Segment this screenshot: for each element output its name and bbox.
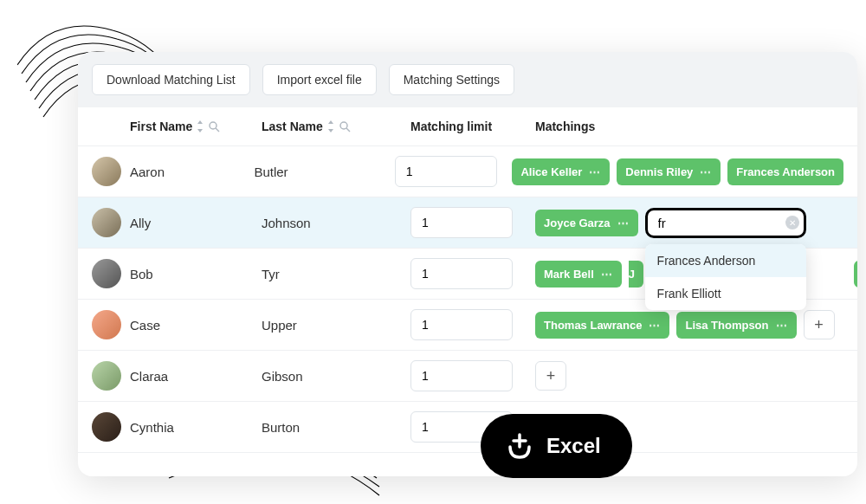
table-header: First Name Last Name Matching limit Matc… xyxy=(78,107,857,146)
avatar xyxy=(92,412,121,442)
excel-badge-label: Excel xyxy=(546,434,601,458)
column-header-matching-limit: Matching limit xyxy=(410,120,535,133)
excel-badge: Excel xyxy=(481,414,632,478)
avatar xyxy=(92,361,121,391)
download-matching-list-button[interactable]: Download Matching List xyxy=(92,64,250,95)
autocomplete-option[interactable]: Frances Anderson xyxy=(645,244,806,277)
first-name-cell: Aaron xyxy=(130,165,254,179)
matching-limit-input[interactable] xyxy=(410,207,513,238)
last-name-cell: Johnson xyxy=(262,216,410,230)
matching-limit-input[interactable] xyxy=(410,360,513,391)
autocomplete-option[interactable]: Frank Elliott xyxy=(645,277,806,310)
autocomplete-dropdown: Frances Anderson Frank Elliott xyxy=(645,244,806,310)
matching-chip[interactable]: Joyce Garza⋯ xyxy=(535,210,638,236)
first-name-cell: Ally xyxy=(130,216,262,230)
first-name-cell: Claraa xyxy=(130,369,262,384)
svg-line-3 xyxy=(346,128,350,132)
avatar xyxy=(92,208,121,237)
avatar xyxy=(92,310,121,339)
toolbar: Download Matching List Import excel file… xyxy=(78,52,857,107)
matching-settings-button[interactable]: Matching Settings xyxy=(389,64,514,95)
svg-point-0 xyxy=(210,122,216,129)
last-name-cell: Burton xyxy=(262,420,410,435)
more-icon[interactable]: ⋯ xyxy=(776,319,788,332)
first-name-cell: Bob xyxy=(130,267,262,281)
search-icon[interactable] xyxy=(339,120,351,132)
svg-line-1 xyxy=(216,128,219,132)
more-icon[interactable]: ⋯ xyxy=(617,216,630,229)
matching-chip[interactable]: J xyxy=(629,261,643,288)
matching-chip[interactable]: Dennis Riley⋯ xyxy=(617,158,721,185)
clear-icon[interactable]: ✕ xyxy=(785,216,799,229)
last-name-cell: Gibson xyxy=(262,369,410,384)
matching-limit-input[interactable] xyxy=(410,309,513,340)
matching-limit-input[interactable] xyxy=(410,258,513,289)
more-icon[interactable]: ⋯ xyxy=(601,268,613,281)
matching-chip[interactable]: Thomas Lawrance⋯ xyxy=(535,312,669,339)
matching-limit-input[interactable] xyxy=(395,156,497,187)
first-name-cell: Cynthia xyxy=(130,420,262,435)
table-row: Claraa Gibson + xyxy=(78,351,857,402)
table-row: Ally Johnson Joyce Garza⋯ ✕ Frances Ande… xyxy=(78,197,857,249)
excel-logo-icon xyxy=(505,431,534,461)
sort-icon[interactable] xyxy=(196,120,204,132)
matching-chip[interactable]: Frances Anderson xyxy=(727,158,843,185)
matching-chip[interactable]: ⋯ xyxy=(854,261,857,288)
svg-point-2 xyxy=(340,122,347,129)
more-icon[interactable]: ⋯ xyxy=(649,319,661,332)
table-row: Aaron Butler Alice Keller⋯ Dennis Riley⋯… xyxy=(78,146,857,197)
matching-search-input[interactable] xyxy=(645,208,806,238)
more-icon[interactable]: ⋯ xyxy=(700,165,712,178)
column-header-matchings: Matchings xyxy=(535,120,843,133)
sort-icon[interactable] xyxy=(326,120,335,132)
avatar xyxy=(92,157,121,186)
matching-chip[interactable]: Alice Keller⋯ xyxy=(512,158,610,185)
column-header-first-name: First Name xyxy=(130,120,192,133)
column-header-last-name: Last Name xyxy=(262,120,323,133)
matching-chip[interactable]: Lisa Thompson⋯ xyxy=(676,312,796,339)
last-name-cell: Upper xyxy=(262,318,410,333)
add-matching-button[interactable]: + xyxy=(804,310,835,339)
import-excel-button[interactable]: Import excel file xyxy=(262,64,377,95)
search-icon[interactable] xyxy=(208,120,220,132)
avatar xyxy=(92,259,121,288)
first-name-cell: Case xyxy=(130,318,262,333)
add-matching-button[interactable]: + xyxy=(535,361,566,391)
more-icon[interactable]: ⋯ xyxy=(589,165,601,178)
last-name-cell: Tyr xyxy=(262,267,410,281)
matching-window: Download Matching List Import excel file… xyxy=(78,52,857,476)
last-name-cell: Butler xyxy=(254,165,394,179)
matching-chip[interactable]: Mark Bell⋯ xyxy=(535,261,622,288)
table-row: Cynthia Burton xyxy=(78,402,857,453)
